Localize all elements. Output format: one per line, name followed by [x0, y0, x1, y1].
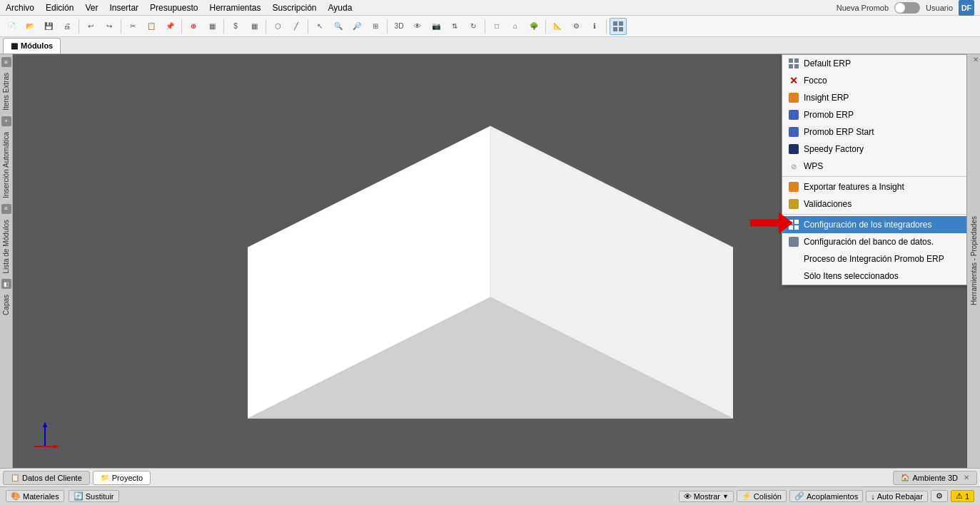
sidebar-icon-2[interactable]: + — [1, 116, 11, 126]
nueva-promob-label: Nueva Promob — [837, 4, 889, 12]
sidebar-itens-extras[interactable]: Itens Extras — [1, 70, 11, 113]
menu-item-focco[interactable]: ✕ Focco — [782, 72, 966, 89]
sustituir-icon: 🔄 — [74, 491, 84, 501]
btn-auto-rebajar[interactable]: ↓ Auto Rebajar — [866, 491, 928, 502]
tb-zoom[interactable]: 🔍 — [330, 18, 347, 35]
auto-rebajar-icon: ↓ — [871, 492, 875, 501]
sidebar-icon-1[interactable]: ≡ — [1, 57, 11, 67]
sustituir-label: Sustituir — [86, 492, 114, 501]
status-bar: 🎨 Materiales 🔄 Sustituir 👁 Mostrar ▼ ⚡ C… — [0, 486, 980, 505]
tb-print[interactable]: 🖨 — [59, 18, 76, 35]
speedy-factory-icon — [788, 143, 799, 155]
tb-settings[interactable]: ⚙ — [567, 18, 585, 35]
menu-ayuda[interactable]: Ayuda — [323, 1, 358, 14]
tab-close-icon[interactable]: ✕ — [964, 474, 969, 481]
tb-new[interactable]: 📄 — [3, 18, 20, 35]
menu-suscripcion[interactable]: Suscripción — [267, 1, 323, 14]
menu-ver[interactable]: Ver — [79, 1, 103, 14]
config-banco-icon — [788, 236, 799, 248]
tb-undo[interactable]: ↩ — [82, 18, 99, 35]
btn-warning[interactable]: ⚠ 1 — [951, 490, 974, 502]
tb-arrow[interactable]: ↖ — [311, 18, 328, 35]
menu-item-speedy-factory[interactable]: Speedy Factory — [782, 141, 966, 158]
menu-edicion[interactable]: Edición — [40, 1, 79, 14]
nueva-promob-toggle[interactable] — [894, 2, 920, 14]
tb-eye[interactable]: 👁 — [409, 18, 426, 35]
menu-item-exportar[interactable]: Exportar features a Insight — [782, 178, 966, 195]
menu-item-wps[interactable]: ⊘ WPS — [782, 158, 966, 175]
tb-cut[interactable]: ✂ — [124, 18, 141, 35]
config-integradores-label: Configuración de los integradores — [804, 220, 931, 230]
menu-item-solo-itens[interactable]: Sólo Itens seleccionados — [782, 267, 966, 285]
btn-sustituir[interactable]: 🔄 Sustituir — [69, 490, 119, 502]
menu-item-config-banco[interactable]: Configuración del banco de datos. — [782, 233, 966, 250]
tb-3d[interactable]: 3D — [390, 18, 408, 35]
sep2 — [121, 19, 121, 34]
dropdown-menu: Default ERP ✕ Focco Insight ERP — [782, 54, 967, 285]
btn-acoplamientos[interactable]: 🔗 Acoplamientos — [789, 490, 863, 502]
tb-rotate[interactable]: ↻ — [465, 18, 482, 35]
tb-cursor[interactable]: ⊕ — [185, 18, 202, 35]
tb-camera[interactable]: 📷 — [428, 18, 445, 35]
menu-item-config-integradores[interactable]: Configuración de los integradores — [782, 216, 966, 233]
menu-item-promob-erp[interactable]: Promob ERP — [782, 106, 966, 123]
tb-save[interactable]: 💾 — [40, 18, 57, 35]
sep9 — [545, 19, 546, 34]
tb-move[interactable]: ⇅ — [446, 18, 463, 35]
menu-item-validaciones[interactable]: Validaciones — [782, 195, 966, 213]
menu-item-proceso[interactable]: Proceso de Integración Promob ERP — [782, 250, 966, 267]
btn-colision[interactable]: ⚡ Colisión — [737, 490, 787, 502]
sidebar-icon-3[interactable]: ≡ — [1, 204, 11, 214]
tb-info[interactable]: ℹ — [586, 18, 603, 35]
tb-select[interactable]: ▦ — [203, 18, 221, 35]
svg-rect-1 — [619, 21, 623, 26]
menu-presupuesto[interactable]: Presupuesto — [144, 1, 203, 14]
tb-box[interactable]: □ — [488, 18, 505, 35]
tb-currency[interactable]: $ — [227, 18, 244, 35]
tab-proyecto[interactable]: 📁 Proyecto — [93, 471, 151, 485]
svg-text:↗: ↗ — [38, 433, 43, 439]
sidebar-capas[interactable]: Capas — [1, 292, 11, 318]
tb-redo[interactable]: ↪ — [101, 18, 118, 35]
menu-herramientas[interactable]: Herramientas — [203, 1, 266, 14]
acoplamientos-icon: 🔗 — [794, 491, 804, 501]
tb-house[interactable]: ⌂ — [507, 18, 524, 35]
menu-item-default-erp[interactable]: Default ERP — [782, 55, 966, 72]
acoplamientos-label: Acoplamientos — [807, 492, 858, 501]
viewport: ↗ Default ERP ✕ Focco — [13, 54, 967, 468]
tb-grid[interactable]: ▦ — [246, 18, 263, 35]
sidebar-icon-4[interactable]: ◧ — [1, 279, 11, 289]
svg-rect-16 — [789, 64, 793, 68]
tab-ambiente-3d[interactable]: 🏠 Ambiente 3D ✕ — [893, 471, 977, 485]
tb-zoomall[interactable]: ⊞ — [367, 18, 384, 35]
menu-item-promob-erp-start[interactable]: Promob ERP Start — [782, 123, 966, 141]
menu-insertar[interactable]: Insertar — [103, 1, 144, 14]
tb-tree[interactable]: 🌳 — [525, 18, 542, 35]
svg-rect-15 — [794, 58, 799, 63]
avatar[interactable]: DF — [959, 0, 974, 16]
btn-settings-status[interactable]: ⚙ — [931, 490, 948, 502]
menu-item-insight-erp[interactable]: Insight ERP — [782, 89, 966, 106]
btn-mostrar[interactable]: 👁 Mostrar ▼ — [679, 491, 734, 502]
tb-poly[interactable]: ⬡ — [269, 18, 286, 35]
sidebar-close-btn[interactable]: ✕ — [973, 56, 979, 63]
insight-erp-icon — [788, 92, 799, 103]
menu-archivo[interactable]: Archivo — [0, 1, 40, 14]
tab-datos-cliente[interactable]: 📋 Datos del Cliente — [3, 471, 90, 485]
config-integradores-icon — [788, 219, 799, 230]
menu-bar: Archivo Edición Ver Insertar Presupuesto… — [0, 0, 980, 16]
proceso-icon — [788, 253, 799, 265]
tb-zoomout[interactable]: 🔎 — [348, 18, 365, 35]
svg-rect-2 — [613, 27, 617, 31]
sidebar-insercion[interactable]: Inserción Automática — [1, 129, 11, 201]
tb-line[interactable]: ╱ — [288, 18, 305, 35]
sidebar-lista-modulos[interactable]: Lista de Módulos — [1, 217, 11, 277]
tb-paste[interactable]: 📌 — [161, 18, 178, 35]
btn-materiales[interactable]: 🎨 Materiales — [6, 490, 64, 502]
tb-copy[interactable]: 📋 — [143, 18, 160, 35]
tab-modulos[interactable]: ▦Módulos — [3, 38, 61, 53]
sep5 — [266, 19, 266, 34]
tb-open[interactable]: 📂 — [21, 18, 39, 35]
tb-measure[interactable]: 📐 — [549, 18, 566, 35]
tb-integration-dropdown[interactable] — [610, 18, 627, 35]
